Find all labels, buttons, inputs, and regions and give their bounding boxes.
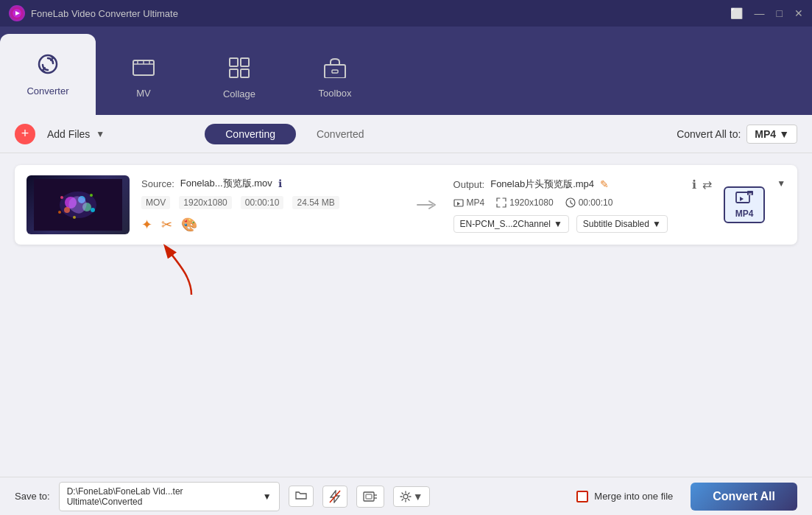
format-tag: MOV <box>141 196 170 209</box>
format-badge-label: MP4 <box>735 209 754 219</box>
subtitle-dropdown[interactable]: Subtitle Disabled ▼ <box>576 215 668 233</box>
output-info: Output: Fonelab片头预览版.mp4 ✎ ℹ ⇄ MP4 1920x… <box>453 178 713 233</box>
titlebar-controls: ⬜ — □ ✕ <box>730 7 803 19</box>
scissors-icon[interactable]: ✂ <box>161 217 172 233</box>
save-path-value: D:\FoneLab\FoneLab Vid...ter Ultimate\Co… <box>67 486 260 507</box>
hw-accel-btn[interactable] <box>356 486 384 508</box>
info-output-btn[interactable]: ℹ <box>692 178 696 192</box>
bottombar: Save to: D:\FoneLab\FoneLab Vid...ter Ul… <box>0 477 812 515</box>
svg-rect-13 <box>332 70 338 73</box>
convert-all-to-row: Convert All to: MP4 ▼ <box>677 125 797 144</box>
sparkle-icon[interactable]: ✦ <box>141 217 152 233</box>
titlebar-title: FoneLab Video Converter Ultimate <box>31 8 178 19</box>
format-dropdown-arrow: ▼ <box>779 128 789 140</box>
titlebar-left: FoneLab Video Converter Ultimate <box>9 5 178 21</box>
source-row: Source: Fonelab...预览版.mov ℹ <box>141 177 400 190</box>
convert-arrow <box>412 197 442 212</box>
action-icons: ✦ ✂ 🎨 <box>141 217 400 233</box>
subtitle-dropdown-value: Subtitle Disabled <box>583 219 649 229</box>
thumbnail <box>27 175 130 234</box>
format-value: MP4 <box>755 128 776 140</box>
audio-dropdown-arrow: ▼ <box>554 219 562 229</box>
tab-converter-label: Converter <box>27 85 68 97</box>
source-label: Source: <box>141 178 174 189</box>
output-duration-value: 00:00:10 <box>579 197 613 208</box>
collage-icon <box>228 57 250 84</box>
svg-rect-11 <box>241 69 249 77</box>
audio-dropdown[interactable]: EN-PCM_S...2Channel ▼ <box>453 215 569 233</box>
tab-mv-label: MV <box>136 88 151 99</box>
edit-icon[interactable]: ✎ <box>600 178 609 190</box>
minimize-btn[interactable]: — <box>755 7 765 19</box>
format-dropdown[interactable]: MP4 ▼ <box>746 125 797 144</box>
audio-dropdown-value: EN-PCM_S...2Channel <box>460 219 551 229</box>
add-files-dropdown-arrow[interactable]: ▼ <box>96 129 105 139</box>
output-row: Output: Fonelab片头预览版.mp4 ✎ ℹ ⇄ <box>453 178 713 192</box>
output-resolution-meta: 1920x1080 <box>496 197 553 208</box>
svg-rect-9 <box>241 58 249 66</box>
output-filename: Fonelab片头预览版.mp4 <box>490 178 594 191</box>
flash-off-btn[interactable] <box>322 486 347 508</box>
merge-row: Merge into one file <box>576 491 673 502</box>
settings-dropdown-arrow: ▼ <box>413 491 423 502</box>
output-format-meta: MP4 <box>453 197 485 208</box>
svg-point-24 <box>58 211 61 214</box>
subtitle-btn[interactable]: ⬜ <box>730 7 743 19</box>
format-badge-dropdown[interactable]: ▼ <box>777 178 785 189</box>
settings-btn[interactable]: ▼ <box>393 486 430 507</box>
toolbar: + Add Files ▼ Converting Converted Conve… <box>0 115 812 153</box>
pill-converting[interactable]: Converting <box>205 124 296 144</box>
add-files-label[interactable]: Add Files <box>47 128 90 140</box>
convert-all-to-label: Convert All to: <box>677 128 741 140</box>
duration-tag: 00:00:10 <box>241 196 284 209</box>
tab-toolbox-label: Toolbox <box>319 88 352 99</box>
tab-mv[interactable]: MV <box>96 41 191 115</box>
save-path-dropdown[interactable]: D:\FoneLab\FoneLab Vid...ter Ultimate\Co… <box>59 482 280 511</box>
pill-converted[interactable]: Converted <box>296 124 385 144</box>
main-content: Source: Fonelab...预览版.mov ℹ MOV 1920x108… <box>0 153 812 515</box>
svg-rect-8 <box>230 58 238 66</box>
svg-rect-10 <box>230 69 238 77</box>
svg-rect-12 <box>325 65 345 78</box>
thumbnail-inner <box>27 175 130 234</box>
tab-converter[interactable]: Converter <box>0 34 96 115</box>
output-label: Output: <box>453 179 485 190</box>
tab-toolbox[interactable]: Toolbox <box>287 41 383 115</box>
svg-point-36 <box>403 494 408 499</box>
svg-point-21 <box>91 208 95 212</box>
output-format-value: MP4 <box>467 197 485 208</box>
tabbar: Converter MV Collage <box>0 27 812 115</box>
maximize-btn[interactable]: □ <box>777 7 783 19</box>
output-resolution-value: 1920x1080 <box>509 197 553 208</box>
svg-point-20 <box>60 196 63 199</box>
subtitle-dropdown-arrow: ▼ <box>652 219 661 229</box>
app-icon <box>9 5 25 21</box>
titlebar: FoneLab Video Converter Ultimate ⬜ — □ ✕ <box>0 0 812 27</box>
close-btn[interactable]: ✕ <box>794 7 803 19</box>
convert-all-btn[interactable]: Convert All <box>691 483 797 511</box>
meta-row: MOV 1920x1080 00:00:10 24.54 MB <box>141 196 400 209</box>
info-icon[interactable]: ℹ <box>278 178 282 189</box>
tab-collage-label: Collage <box>223 88 255 99</box>
add-files-plus-btn[interactable]: + <box>15 124 35 144</box>
svg-text:4K: 4K <box>749 192 752 196</box>
output-dropdowns: EN-PCM_S...2Channel ▼ Subtitle Disabled … <box>453 215 713 233</box>
settings-output-btn[interactable]: ⇄ <box>702 178 712 192</box>
converter-icon <box>36 52 60 81</box>
palette-icon[interactable]: 🎨 <box>181 217 197 233</box>
svg-point-19 <box>64 207 70 213</box>
tab-pills: Converting Converted <box>205 124 384 144</box>
svg-point-23 <box>90 194 93 197</box>
merge-label: Merge into one file <box>594 491 673 502</box>
svg-point-22 <box>73 216 76 219</box>
svg-rect-35 <box>366 494 372 499</box>
format-badge[interactable]: 4K MP4 <box>724 186 765 223</box>
output-meta-row: MP4 1920x1080 00:00:10 <box>453 197 713 208</box>
size-tag: 24.54 MB <box>292 196 339 209</box>
output-actions: ℹ ⇄ <box>692 178 712 192</box>
save-to-label: Save to: <box>15 491 50 502</box>
merge-checkbox[interactable] <box>576 491 588 502</box>
tab-collage[interactable]: Collage <box>191 41 287 115</box>
save-path-arrow: ▼ <box>263 491 272 502</box>
open-folder-btn[interactable] <box>289 486 314 507</box>
